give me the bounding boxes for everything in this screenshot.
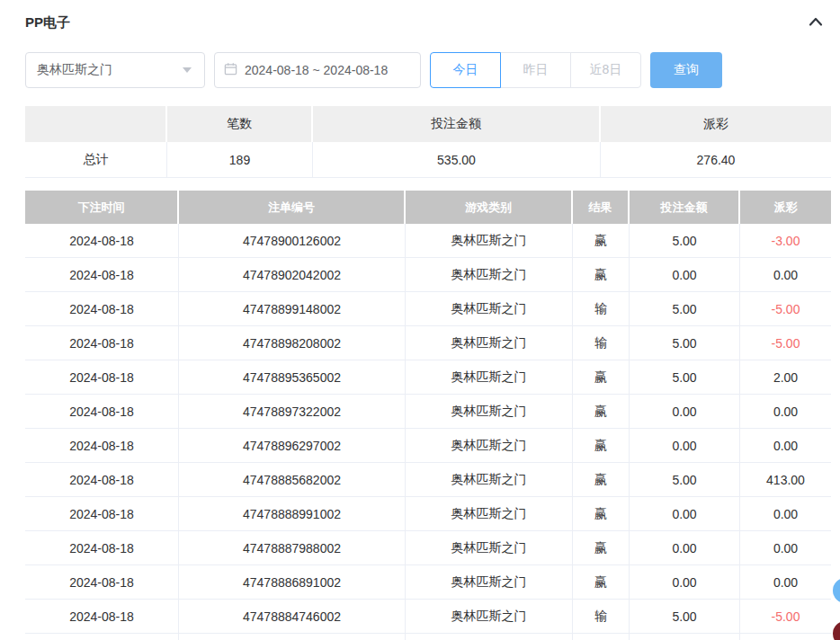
- payout-cell: 0.00: [740, 565, 831, 600]
- cell-bet-time: 2024-08-18: [25, 360, 179, 395]
- quick-button[interactable]: 今日: [430, 52, 501, 88]
- payout-cell: -3.00: [740, 224, 831, 258]
- cell-order-number: 47478888991002: [179, 497, 406, 531]
- table-row: 2024-08-18 47478898208002 奥林匹斯之门 输 5.00 …: [25, 326, 831, 360]
- pp-games-panel: PP电子 奥林匹斯之门 2024-08-18 ~ 2024-08-18 今日 昨…: [0, 0, 840, 640]
- calendar-icon: [224, 62, 237, 79]
- table-row: 2024-08-18 47478899148002 奥林匹斯之门 输 5.00 …: [25, 292, 831, 326]
- cell-result: 赢: [573, 224, 630, 258]
- cell-bet-time: 2024-08-18: [25, 429, 179, 463]
- summary-header-cell: [25, 106, 167, 142]
- payout-cell: 413.00: [740, 463, 831, 497]
- cell-bet-amount: 5.00: [630, 360, 740, 395]
- cell-bet-amount: 0.00: [630, 531, 740, 565]
- cell-game-category: 奥林匹斯之门: [406, 258, 573, 292]
- payout-cell: -5.00: [740, 326, 831, 360]
- summary-total-row: 总计 189 535.00 276.40: [25, 142, 831, 178]
- summary-count: 189: [167, 142, 313, 178]
- table-row: 2024-08-18 47478902042002 奥林匹斯之门 赢 0.00 …: [25, 258, 831, 292]
- cell-order-number: 47478900126002: [179, 224, 406, 258]
- table-header-cell: 结果: [573, 191, 630, 224]
- cell-result: 赢: [573, 565, 630, 600]
- filter-bar: 奥林匹斯之门 2024-08-18 ~ 2024-08-18 今日 昨日 近8日…: [25, 52, 840, 88]
- cell-order-number: 47478886891002: [179, 565, 406, 600]
- cell-game-category: 奥林匹斯之门: [406, 497, 573, 531]
- bets-table: 下注时间 注单编号 游戏类别 结果 投注金额 派彩 2024-08-18 474…: [25, 191, 831, 640]
- table-header-row: 下注时间 注单编号 游戏类别 结果 投注金额 派彩: [25, 191, 831, 224]
- cell-result: 输: [573, 292, 630, 326]
- summary-header-cell: 投注金额: [313, 106, 601, 142]
- table-row-partial: [25, 634, 831, 640]
- payout-cell: 0.00: [740, 395, 831, 429]
- quick-button[interactable]: 昨日: [500, 52, 571, 88]
- cell-result: 赢: [573, 395, 630, 429]
- cell-bet-time: 2024-08-18: [25, 565, 179, 600]
- cell-game-category: 奥林匹斯之门: [406, 531, 573, 565]
- table-row: 2024-08-18 47478896297002 奥林匹斯之门 赢 0.00 …: [25, 429, 831, 463]
- summary-bet-amount: 535.00: [313, 142, 601, 178]
- date-range-value: 2024-08-18 ~ 2024-08-18: [245, 63, 388, 77]
- chevron-up-icon: [808, 15, 824, 31]
- date-range-input[interactable]: 2024-08-18 ~ 2024-08-18: [214, 52, 421, 88]
- cell-bet-time: 2024-08-18: [25, 463, 179, 497]
- cell-game-category: 奥林匹斯之门: [406, 360, 573, 395]
- table-header-cell: 注单编号: [179, 191, 406, 224]
- cell-bet-amount: 5.00: [630, 224, 740, 258]
- table-header-cell: 下注时间: [25, 191, 179, 224]
- floating-service-button[interactable]: [833, 578, 840, 603]
- summary-table: 笔数 投注金额 派彩 总计 189 535.00 276.40: [25, 106, 831, 178]
- floating-action-button[interactable]: [833, 621, 840, 640]
- cell-order-number: 47478885682002: [179, 463, 406, 497]
- cell-order-number: 47478896297002: [179, 429, 406, 463]
- cell-result: 赢: [573, 258, 630, 292]
- cell-order-number: 47478887988002: [179, 531, 406, 565]
- table-row: 2024-08-18 47478886891002 奥林匹斯之门 赢 0.00 …: [25, 565, 831, 600]
- cell-result: 赢: [573, 497, 630, 531]
- table-row: 2024-08-18 47478895365002 奥林匹斯之门 赢 5.00 …: [25, 360, 831, 395]
- table-row: 2024-08-18 47478900126002 奥林匹斯之门 赢 5.00 …: [25, 224, 831, 258]
- summary-header-row: 笔数 投注金额 派彩: [25, 106, 831, 142]
- cell-order-number: 47478899148002: [179, 292, 406, 326]
- cell-bet-amount: 5.00: [630, 600, 740, 634]
- cell-result: 输: [573, 600, 630, 634]
- panel-header: PP电子: [0, 0, 840, 32]
- cell-bet-amount: 0.00: [630, 429, 740, 463]
- cell-bet-amount: 0.00: [630, 258, 740, 292]
- cell-order-number: 47478898208002: [179, 326, 406, 360]
- cell-game-category: 奥林匹斯之门: [406, 429, 573, 463]
- cell-bet-time: 2024-08-18: [25, 224, 179, 258]
- game-select[interactable]: 奥林匹斯之门: [25, 52, 205, 88]
- cell-bet-amount: 5.00: [630, 292, 740, 326]
- cell-bet-amount: 0.00: [630, 565, 740, 600]
- cell-game-category: 奥林匹斯之门: [406, 326, 573, 360]
- cell-bet-time: 2024-08-18: [25, 395, 179, 429]
- table-row: 2024-08-18 47478885682002 奥林匹斯之门 赢 5.00 …: [25, 463, 831, 497]
- caret-down-icon: [183, 67, 192, 73]
- cell-bet-time: 2024-08-18: [25, 497, 179, 531]
- collapse-button[interactable]: [804, 13, 827, 32]
- cell-bet-amount: 0.00: [630, 497, 740, 531]
- quick-button[interactable]: 近8日: [570, 52, 641, 88]
- table-row: 2024-08-18 47478887988002 奥林匹斯之门 赢 0.00 …: [25, 531, 831, 565]
- cell-game-category: 奥林匹斯之门: [406, 224, 573, 258]
- table-body: 2024-08-18 47478900126002 奥林匹斯之门 赢 5.00 …: [25, 224, 831, 634]
- cell-game-category: 奥林匹斯之门: [406, 292, 573, 326]
- cell-result: 赢: [573, 360, 630, 395]
- summary-header-cell: 笔数: [167, 106, 313, 142]
- cell-order-number: 47478902042002: [179, 258, 406, 292]
- cell-bet-amount: 0.00: [630, 395, 740, 429]
- table-header-cell: 投注金额: [630, 191, 740, 224]
- cell-result: 赢: [573, 531, 630, 565]
- payout-cell: 0.00: [740, 497, 831, 531]
- cell-game-category: 奥林匹斯之门: [406, 395, 573, 429]
- table-header-cell: 派彩: [740, 191, 831, 224]
- table-row: 2024-08-18 47478884746002 奥林匹斯之门 输 5.00 …: [25, 600, 831, 634]
- game-select-value: 奥林匹斯之门: [37, 62, 112, 78]
- cell-bet-time: 2024-08-18: [25, 258, 179, 292]
- table-row: 2024-08-18 47478897322002 奥林匹斯之门 赢 0.00 …: [25, 395, 831, 429]
- cell-result: 输: [573, 326, 630, 360]
- query-button[interactable]: 查询: [650, 52, 722, 88]
- quick-range-button-group: 今日 昨日 近8日: [430, 52, 641, 88]
- table-header-cell: 游戏类别: [406, 191, 573, 224]
- cell-game-category: 奥林匹斯之门: [406, 600, 573, 634]
